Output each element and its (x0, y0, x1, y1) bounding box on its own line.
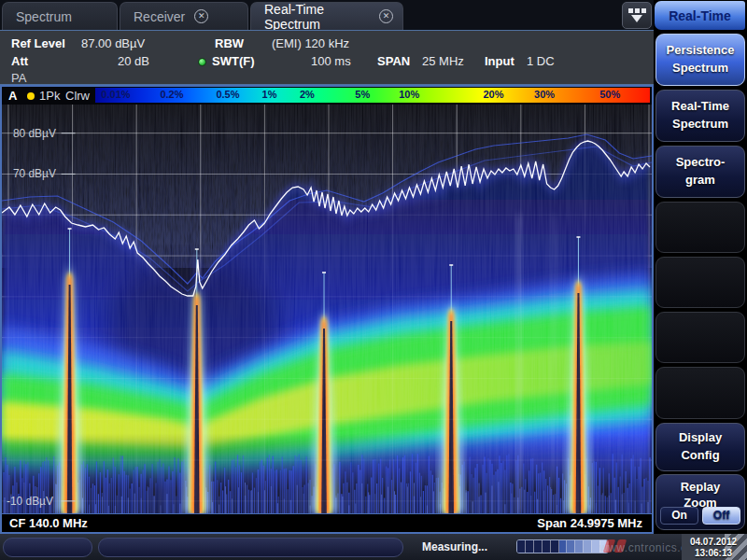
sweep-led-icon (198, 58, 206, 66)
input-value[interactable]: 1 DC (527, 54, 555, 68)
color-scale-label: 20% (483, 89, 503, 100)
toolbar-button-empty[interactable] (98, 538, 403, 557)
trace-name: 1Pk (39, 89, 60, 103)
density-color-scale: 0.01%0.2%0.5%1%2%5%10%20%30%50% (95, 88, 650, 103)
sweep-progress-bar (516, 539, 609, 553)
time-display: 13:06:13 (684, 548, 743, 559)
y-axis-label: 70 dBµV (13, 167, 56, 180)
softkey-empty (655, 312, 745, 363)
close-icon[interactable]: ✕ (194, 9, 208, 23)
chevron-down-icon (631, 15, 642, 22)
input-label: Input (485, 54, 514, 68)
close-icon[interactable]: ✕ (379, 9, 393, 23)
color-scale-label: 0.5% (216, 89, 239, 100)
tab-label: Receiver (134, 9, 185, 24)
softkey-spectrogram[interactable]: Spectro- gram (655, 146, 745, 198)
softkey-persistence-spectrum[interactable]: Persistence Spectrum (655, 34, 745, 86)
tab-label: Real-Time Spectrum (264, 2, 370, 32)
rbw-value[interactable]: (EMI) 120 kHz (272, 36, 349, 50)
date-display: 04.07.2012 (684, 537, 743, 548)
span-label: SPAN (377, 54, 410, 68)
softkey-menu-title: Real-Time (655, 1, 745, 30)
softkey-display-config[interactable]: Display Config (655, 423, 745, 471)
tab-bar: Spectrum Receiver ✕ Real-Time Spectrum ✕ (0, 0, 654, 30)
tab-label: Spectrum (16, 9, 72, 24)
color-scale-label: 0.2% (160, 89, 183, 100)
color-scale-label: 2% (300, 89, 315, 100)
trace-marker-dot (27, 92, 35, 100)
trace-legend-row: A 1Pk Clrw 0.01%0.2%0.5%1%2%5%10%20%30%5… (2, 87, 652, 105)
softkey-empty (655, 202, 745, 253)
tab-receiver[interactable]: Receiver ✕ (120, 2, 248, 30)
frequency-bar: CF 140.0 MHz Span 24.9975 MHz (2, 513, 652, 532)
datetime-panel: 04.07.2012 13:06:13 (682, 534, 747, 560)
color-scale-label: 0.01% (101, 89, 130, 100)
settings-panel: Ref Level 87.00 dBµV RBW (EMI) 120 kHz A… (0, 30, 654, 85)
color-scale-label: 30% (534, 89, 555, 100)
windows-icon (628, 8, 646, 13)
measuring-status: Measuring... (422, 540, 487, 553)
persistence-spectrum-display: 80 dBµV70 dBµV-10 dBµV (2, 105, 652, 513)
ref-level-label: Ref Level (11, 36, 65, 50)
softkey-replay-zoom[interactable]: Replay Zoom On Off (655, 474, 745, 530)
y-axis-label: -10 dBµV (7, 495, 53, 508)
color-scale-label: 5% (355, 89, 370, 100)
tab-list-button[interactable] (622, 2, 652, 29)
softkey-real-time-spectrum[interactable]: Real-Time Spectrum (655, 90, 745, 142)
softkey-empty (655, 367, 745, 419)
color-scale-label: 50% (599, 89, 620, 100)
status-bar: Measuring... www.cntronics.com 04.07.201… (0, 534, 747, 560)
softkey-sidebar: Real-Time Persistence Spectrum Real-Time… (654, 0, 747, 534)
color-scale-label: 1% (262, 89, 277, 100)
tab-real-time-spectrum[interactable]: Real-Time Spectrum ✕ (250, 2, 403, 30)
color-scale-label: 10% (399, 89, 419, 100)
softkey-empty (655, 257, 745, 308)
toolbar-button-empty[interactable] (3, 538, 92, 557)
replay-zoom-toggle: On Off (660, 507, 740, 525)
center-frequency: CF 140.0 MHz (9, 516, 88, 530)
toggle-on[interactable]: On (660, 507, 698, 525)
ref-level-value[interactable]: 87.00 dBµV (81, 36, 145, 50)
swt-label: SWT(F) (212, 54, 254, 68)
analyzer-screen: Spectrum Receiver ✕ Real-Time Spectrum ✕… (0, 0, 747, 560)
tab-spectrum[interactable]: Spectrum (2, 2, 118, 30)
swt-value[interactable]: 100 ms (311, 54, 351, 68)
att-label: Att (11, 54, 28, 68)
measurement-window: A 1Pk Clrw 0.01%0.2%0.5%1%2%5%10%20%30%5… (0, 85, 654, 534)
trace-detector: Clrw (65, 89, 90, 103)
window-letter: A (8, 89, 17, 103)
att-value[interactable]: 20 dB (118, 54, 149, 68)
span-readout: Span 24.9975 MHz (537, 516, 642, 530)
plot-area: 80 dBµV70 dBµV-10 dBµV (2, 105, 652, 513)
preamp-indicator: PA (11, 71, 26, 85)
toggle-off[interactable]: Off (702, 507, 740, 525)
span-value[interactable]: 25 MHz (422, 54, 464, 68)
y-axis-label: 80 dBµV (13, 127, 56, 140)
rbw-label: RBW (215, 36, 244, 50)
